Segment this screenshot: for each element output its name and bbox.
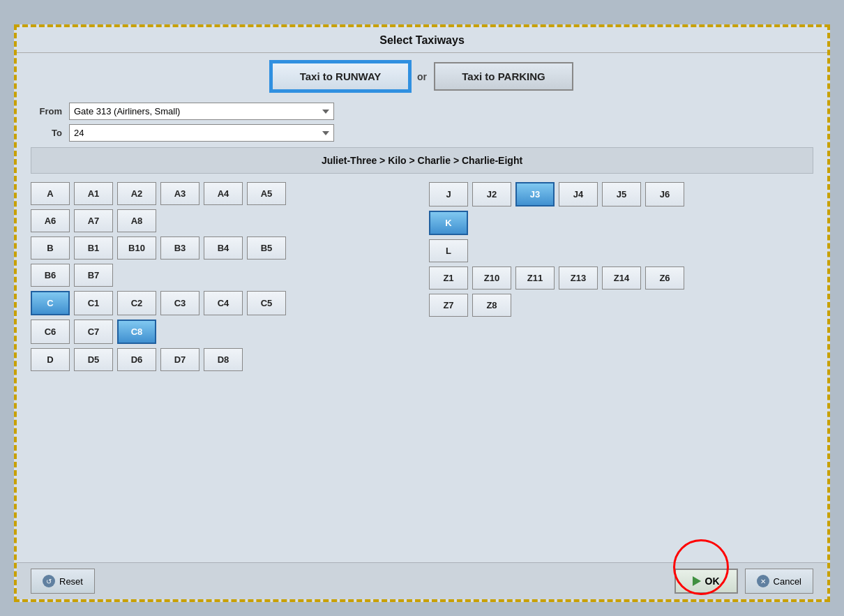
tw-btn-D[interactable]: D [31,348,70,371]
tw-btn-J6[interactable]: J6 [645,182,684,206]
play-icon [693,576,701,586]
tw-btn-L[interactable]: L [429,239,468,262]
row-d: D D5 D6 D7 D8 [31,348,415,371]
mode-buttons-row: Taxi to RUNWAY or Taxi to PARKING [17,53,827,100]
taxi-parking-button[interactable]: Taxi to PARKING [434,62,573,91]
tw-btn-B10[interactable]: B10 [117,236,156,260]
row-a6: A6 A7 A8 [31,209,415,232]
tw-btn-C5[interactable]: C5 [247,291,286,315]
tw-btn-J5[interactable]: J5 [602,182,641,206]
row-c6: C6 C7 C8 [31,320,415,344]
from-select[interactable]: Gate 313 (Airliners, Small) [69,103,334,120]
to-label: To [31,128,62,138]
tw-btn-C1[interactable]: C1 [74,291,113,315]
row-k: K [429,211,813,235]
taxiway-grid: A A1 A2 A3 A4 A5 A6 A7 A8 B B1 B10 B3 [17,176,827,562]
tw-btn-J[interactable]: J [429,182,468,206]
row-a: A A1 A2 A3 A4 A5 [31,182,415,205]
row-z1: Z1 Z10 Z11 Z13 Z14 Z6 [429,266,813,290]
row-b6: B6 B7 [31,264,415,287]
tw-btn-B4[interactable]: B4 [204,236,243,260]
tw-btn-B5[interactable]: B5 [247,236,286,260]
to-row: To 24 [31,124,813,142]
row-z7: Z7 Z8 [429,294,813,317]
row-c: C C1 C2 C3 C4 C5 [31,291,415,315]
or-label: or [417,71,427,82]
cancel-button[interactable]: ✕ Cancel [745,569,813,594]
taxi-runway-button[interactable]: Taxi to RUNWAY [271,61,410,91]
row-j: J J2 J3 J4 J5 J6 [429,182,813,206]
tw-btn-C6[interactable]: C6 [31,320,70,344]
tw-btn-J3[interactable]: J3 [515,182,555,206]
tw-btn-C4[interactable]: C4 [204,291,243,315]
from-label: From [31,106,62,117]
tw-btn-A2[interactable]: A2 [117,182,156,205]
from-row: From Gate 313 (Airliners, Small) [31,103,813,120]
tw-btn-Z10[interactable]: Z10 [472,266,511,290]
tw-btn-D6[interactable]: D6 [117,348,156,371]
tw-btn-C2[interactable]: C2 [117,291,156,315]
dialog-inner: Select Taxiways Taxi to RUNWAY or Taxi t… [17,27,827,599]
to-select[interactable]: 24 [69,124,334,142]
dialog-title: Select Taxiways [17,27,827,53]
left-taxiway-col: A A1 A2 A3 A4 A5 A6 A7 A8 B B1 B10 B3 [31,182,415,557]
tw-btn-C[interactable]: C [31,291,70,315]
tw-btn-B6[interactable]: B6 [31,264,70,287]
row-l: L [429,239,813,262]
tw-btn-A1[interactable]: A1 [74,182,113,205]
reset-icon: ↺ [43,575,55,587]
tw-btn-J2[interactable]: J2 [472,182,511,206]
tw-btn-A[interactable]: A [31,182,70,205]
tw-btn-Z8[interactable]: Z8 [472,294,511,317]
cancel-icon: ✕ [757,575,769,587]
tw-btn-B7[interactable]: B7 [74,264,113,287]
tw-btn-B3[interactable]: B3 [160,236,199,260]
tw-btn-A3[interactable]: A3 [160,182,199,205]
tw-btn-C3[interactable]: C3 [160,291,199,315]
tw-btn-D7[interactable]: D7 [160,348,199,371]
dialog-overlay: Select Taxiways Taxi to RUNWAY or Taxi t… [14,24,830,602]
tw-btn-B1[interactable]: B1 [74,236,113,260]
tw-btn-C8[interactable]: C8 [117,320,156,344]
tw-btn-A8[interactable]: A8 [117,209,156,232]
ok-button[interactable]: OK [675,569,738,594]
tw-btn-A7[interactable]: A7 [74,209,113,232]
tw-btn-Z11[interactable]: Z11 [515,266,555,290]
fields-area: From Gate 313 (Airliners, Small) To 24 [17,100,827,144]
tw-btn-C7[interactable]: C7 [74,320,113,344]
tw-btn-Z7[interactable]: Z7 [429,294,468,317]
tw-btn-D5[interactable]: D5 [74,348,113,371]
tw-btn-J4[interactable]: J4 [559,182,598,206]
route-display: Juliet-Three > Kilo > Charlie > Charlie-… [31,147,813,174]
tw-btn-D8[interactable]: D8 [204,348,243,371]
tw-btn-B[interactable]: B [31,236,70,260]
reset-button[interactable]: ↺ Reset [31,569,95,594]
tw-btn-Z13[interactable]: Z13 [559,266,598,290]
tw-btn-Z1[interactable]: Z1 [429,266,468,290]
right-taxiway-col: J J2 J3 J4 J5 J6 K L Z1 Z10 Z11 Z13 [429,182,813,557]
tw-btn-A6[interactable]: A6 [31,209,70,232]
tw-btn-Z14[interactable]: Z14 [602,266,641,290]
row-b: B B1 B10 B3 B4 B5 [31,236,415,260]
tw-btn-A4[interactable]: A4 [204,182,243,205]
tw-btn-A5[interactable]: A5 [247,182,286,205]
tw-btn-K[interactable]: K [429,211,468,235]
bottom-bar: ↺ Reset OK ✕ Cancel [17,562,827,599]
tw-btn-Z6[interactable]: Z6 [645,266,684,290]
